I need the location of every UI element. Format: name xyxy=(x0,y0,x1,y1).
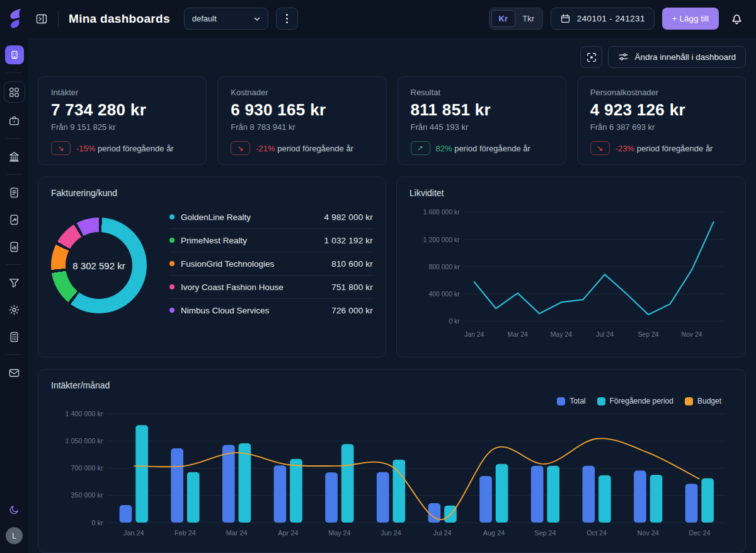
fullscreen-button[interactable] xyxy=(580,46,602,68)
unit-toggle-tkr[interactable]: Tkr xyxy=(517,10,541,27)
bell-icon xyxy=(730,12,743,25)
kpi-delta-percent: -21% xyxy=(256,144,275,153)
sidebar-item-mail[interactable] xyxy=(5,363,24,382)
kpi-delta-text: period föregående år xyxy=(98,144,174,153)
customer-amount: 1 032 192 kr xyxy=(324,236,373,245)
svg-text:Dec 24: Dec 24 xyxy=(689,530,710,537)
card-title: Fakturering/kund xyxy=(51,188,373,198)
svg-text:Sep 24: Sep 24 xyxy=(638,330,658,337)
svg-text:350 000 kr: 350 000 kr xyxy=(71,492,104,499)
sidebar-item-portfolio[interactable] xyxy=(5,111,24,130)
add-button[interactable]: + Lägg till xyxy=(662,8,719,30)
sidebar-item-reports[interactable] xyxy=(5,210,24,229)
unit-toggle-kr[interactable]: Kr xyxy=(491,10,515,27)
kpi-delta-percent: -23% xyxy=(616,144,634,153)
customer-row: FusionGrid Technologies810 600 kr xyxy=(169,252,373,276)
customer-row: GoldenLine Realty4 982 000 kr xyxy=(169,206,373,229)
customer-amount: 751 800 kr xyxy=(331,282,373,292)
kpi-row: Intäkter 7 734 280 kr Från 9 151 825 kr … xyxy=(38,76,746,165)
sidebar-divider xyxy=(6,264,23,265)
svg-text:Jul 24: Jul 24 xyxy=(433,530,452,537)
topbar: Mina dashboards default Kr Tkr 240101 - … xyxy=(0,0,756,38)
svg-text:Nov 24: Nov 24 xyxy=(638,530,659,537)
sidebar-divider xyxy=(6,73,23,73)
trend-arrow-icon: ↘ xyxy=(231,141,250,155)
trend-arrow-icon: ↘ xyxy=(590,141,610,155)
dashboard-grid-icon xyxy=(8,86,20,98)
customer-row: Ivory Coast Fashion House751 800 kr xyxy=(169,276,373,299)
svg-text:May 24: May 24 xyxy=(551,330,572,337)
collapse-sidebar-button[interactable] xyxy=(33,10,50,28)
trend-arrow-icon: ↗ xyxy=(411,141,430,155)
revenue-bar-chart: 0 kr350 000 kr700 000 kr1 050 000 kr1 40… xyxy=(51,407,733,540)
svg-text:0 kr: 0 kr xyxy=(92,519,104,527)
svg-text:Jun 24: Jun 24 xyxy=(381,530,401,537)
customer-row: Nimbus Cloud Services726 000 kr xyxy=(169,299,373,322)
kpi-delta-text: period föregående år xyxy=(454,144,530,153)
kpi-card-personalkostnader: Personalkostnader 4 923 126 kr Från 6 38… xyxy=(577,76,746,165)
legend-dot xyxy=(169,308,175,313)
bank-icon xyxy=(8,151,20,163)
dashboard-select-value: default xyxy=(192,14,253,23)
date-range-button[interactable]: 240101 - 241231 xyxy=(551,8,655,30)
svg-text:Mar 24: Mar 24 xyxy=(507,330,527,337)
kpi-delta-percent: 82% xyxy=(436,144,452,153)
customer-name: Nimbus Cloud Services xyxy=(181,306,269,315)
legend-dot xyxy=(169,284,175,289)
app-logo-icon xyxy=(6,8,25,30)
sidebar-item-dashboards[interactable] xyxy=(4,81,25,103)
kpi-previous-value: Från 9 151 825 kr xyxy=(51,122,193,132)
dark-mode-toggle[interactable] xyxy=(5,500,24,519)
sidebar-item-settings[interactable] xyxy=(5,300,24,319)
sidebar: L xyxy=(0,38,28,553)
donut-chart: 8 302 592 kr xyxy=(51,218,147,313)
kpi-delta-text: period föregående år xyxy=(637,144,713,153)
notifications-button[interactable] xyxy=(728,9,746,28)
customer-list: GoldenLine Realty4 982 000 krPrimeNest R… xyxy=(169,206,373,322)
sidebar-divider xyxy=(6,138,23,139)
calculator-icon xyxy=(8,331,20,343)
kpi-value: 7 734 280 kr xyxy=(51,100,193,120)
sidebar-item-statistics[interactable] xyxy=(5,237,24,256)
mail-icon xyxy=(8,367,20,379)
legend-swatch xyxy=(597,397,605,405)
dark-mode-icon xyxy=(8,504,20,516)
statistics-icon xyxy=(8,241,20,253)
svg-text:1 400 000 kr: 1 400 000 kr xyxy=(66,410,104,417)
customer-row: PrimeNest Realty1 032 192 kr xyxy=(169,229,373,252)
svg-text:Aug 24: Aug 24 xyxy=(483,530,505,537)
kpi-label: Personalkostnader xyxy=(590,88,733,97)
topbar-divider xyxy=(58,11,59,27)
dashboard-select[interactable]: default xyxy=(184,8,268,30)
chevron-down-icon xyxy=(253,15,261,23)
legend-dot xyxy=(169,238,175,243)
sidebar-item-company[interactable] xyxy=(5,45,24,64)
trend-arrow-icon: ↘ xyxy=(51,141,71,155)
legend-item: Budget xyxy=(685,397,721,405)
legend-label: Föregående period xyxy=(610,397,673,405)
middle-row: Fakturering/kund 8 302 592 kr GoldenLine… xyxy=(38,177,746,358)
legend-label: Total xyxy=(570,397,585,405)
svg-text:Jul 24: Jul 24 xyxy=(596,330,614,337)
svg-text:400 000 kr: 400 000 kr xyxy=(428,290,460,298)
kpi-previous-value: Från 8 783 941 kr xyxy=(231,122,373,132)
dashboard-menu-button[interactable] xyxy=(276,8,298,30)
customer-amount: 810 600 kr xyxy=(331,259,373,269)
card-title: Likviditet xyxy=(410,188,733,198)
sidebar-item-bank[interactable] xyxy=(5,147,24,166)
unit-toggle: Kr Tkr xyxy=(489,8,543,30)
user-avatar[interactable]: L xyxy=(6,527,23,544)
svg-text:Mar 24: Mar 24 xyxy=(226,530,248,537)
edit-dashboard-label: Ändra innehåll i dashboard xyxy=(634,52,736,62)
svg-text:1 050 000 kr: 1 050 000 kr xyxy=(66,437,104,445)
kpi-value: 811 851 kr xyxy=(411,100,553,120)
kpi-label: Resultat xyxy=(411,88,553,97)
liquidity-card: Likviditet 0 kr400 000 kr800 000 kr1 200… xyxy=(396,177,746,358)
sidebar-item-documents[interactable] xyxy=(5,183,24,202)
dashboard-actions: Ändra innehåll i dashboard xyxy=(38,45,746,69)
sidebar-item-filter[interactable] xyxy=(5,273,24,292)
svg-text:Feb 24: Feb 24 xyxy=(175,530,196,537)
sidebar-item-calculator[interactable] xyxy=(5,327,24,346)
kpi-delta-text: period föregående år xyxy=(277,144,353,153)
edit-dashboard-button[interactable]: Ändra innehåll i dashboard xyxy=(608,46,746,68)
